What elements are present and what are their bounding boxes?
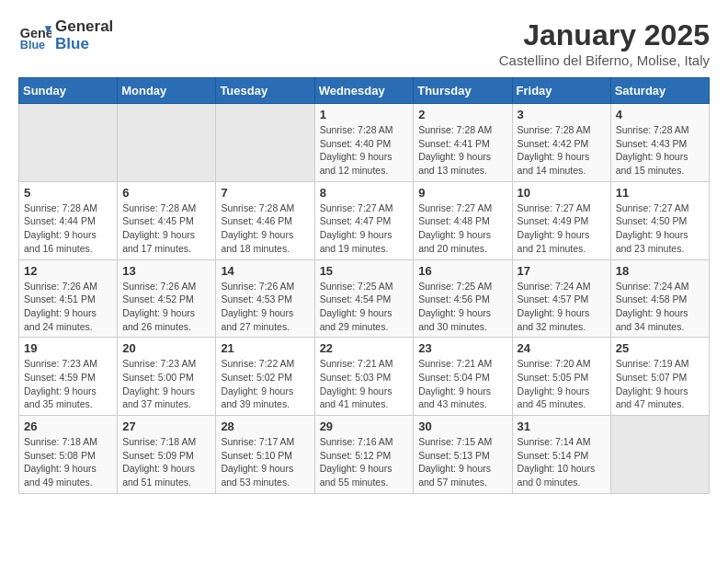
day-cell: 6Sunrise: 7:28 AM Sunset: 4:45 PM Daylig… — [118, 181, 216, 259]
day-number: 30 — [418, 419, 506, 433]
day-info: Sunrise: 7:14 AM Sunset: 5:14 PM Dayligh… — [518, 435, 606, 489]
day-number: 9 — [418, 186, 506, 200]
day-info: Sunrise: 7:28 AM Sunset: 4:46 PM Dayligh… — [221, 201, 309, 256]
day-cell: 4Sunrise: 7:28 AM Sunset: 4:43 PM Daylig… — [610, 104, 709, 182]
day-info: Sunrise: 7:28 AM Sunset: 4:41 PM Dayligh… — [418, 123, 506, 178]
weekday-friday: Friday — [512, 78, 610, 104]
day-cell — [610, 416, 709, 494]
day-info: Sunrise: 7:25 AM Sunset: 4:56 PM Dayligh… — [418, 280, 506, 334]
day-number: 7 — [221, 186, 309, 200]
day-cell: 23Sunrise: 7:21 AM Sunset: 5:04 PM Dayli… — [414, 338, 512, 416]
day-number: 10 — [518, 186, 606, 200]
day-info: Sunrise: 7:18 AM Sunset: 5:09 PM Dayligh… — [122, 435, 210, 489]
day-number: 15 — [320, 264, 409, 278]
day-cell: 21Sunrise: 7:22 AM Sunset: 5:02 PM Dayli… — [216, 338, 314, 416]
day-cell: 25Sunrise: 7:19 AM Sunset: 5:07 PM Dayli… — [610, 338, 709, 416]
day-cell: 16Sunrise: 7:25 AM Sunset: 4:56 PM Dayli… — [414, 259, 512, 338]
day-info: Sunrise: 7:27 AM Sunset: 4:48 PM Dayligh… — [418, 201, 506, 256]
day-info: Sunrise: 7:16 AM Sunset: 5:12 PM Dayligh… — [320, 435, 409, 489]
day-info: Sunrise: 7:15 AM Sunset: 5:13 PM Dayligh… — [418, 435, 506, 489]
day-cell: 30Sunrise: 7:15 AM Sunset: 5:13 PM Dayli… — [414, 416, 512, 494]
day-cell: 24Sunrise: 7:20 AM Sunset: 5:05 PM Dayli… — [512, 338, 610, 416]
day-info: Sunrise: 7:24 AM Sunset: 4:58 PM Dayligh… — [616, 280, 704, 334]
day-cell: 9Sunrise: 7:27 AM Sunset: 4:48 PM Daylig… — [414, 181, 512, 259]
day-number: 2 — [418, 108, 506, 121]
day-info: Sunrise: 7:17 AM Sunset: 5:10 PM Dayligh… — [221, 435, 309, 489]
day-info: Sunrise: 7:20 AM Sunset: 5:05 PM Dayligh… — [518, 357, 606, 411]
day-cell: 12Sunrise: 7:26 AM Sunset: 4:51 PM Dayli… — [19, 259, 118, 338]
day-cell: 5Sunrise: 7:28 AM Sunset: 4:44 PM Daylig… — [19, 181, 118, 259]
day-cell: 19Sunrise: 7:23 AM Sunset: 4:59 PM Dayli… — [19, 338, 118, 416]
day-number: 16 — [418, 264, 506, 278]
day-info: Sunrise: 7:26 AM Sunset: 4:53 PM Dayligh… — [221, 280, 309, 334]
day-cell: 28Sunrise: 7:17 AM Sunset: 5:10 PM Dayli… — [216, 416, 314, 494]
day-number: 5 — [24, 186, 112, 200]
location-title: Castellino del Biferno, Molise, Italy — [499, 52, 710, 68]
day-info: Sunrise: 7:26 AM Sunset: 4:51 PM Dayligh… — [24, 280, 112, 334]
day-cell: 29Sunrise: 7:16 AM Sunset: 5:12 PM Dayli… — [314, 416, 414, 494]
day-cell: 26Sunrise: 7:18 AM Sunset: 5:08 PM Dayli… — [19, 416, 118, 494]
day-cell: 8Sunrise: 7:27 AM Sunset: 4:47 PM Daylig… — [314, 181, 414, 259]
day-cell — [216, 104, 314, 182]
day-info: Sunrise: 7:26 AM Sunset: 4:52 PM Dayligh… — [122, 280, 210, 334]
week-row-2: 5Sunrise: 7:28 AM Sunset: 4:44 PM Daylig… — [19, 181, 710, 259]
day-info: Sunrise: 7:22 AM Sunset: 5:02 PM Dayligh… — [221, 357, 309, 411]
month-title: January 2025 — [499, 18, 710, 52]
weekday-tuesday: Tuesday — [216, 78, 314, 104]
week-row-1: 1Sunrise: 7:28 AM Sunset: 4:40 PM Daylig… — [19, 104, 710, 182]
week-row-3: 12Sunrise: 7:26 AM Sunset: 4:51 PM Dayli… — [19, 259, 710, 338]
day-number: 23 — [418, 341, 506, 355]
day-cell: 3Sunrise: 7:28 AM Sunset: 4:42 PM Daylig… — [512, 104, 610, 182]
day-info: Sunrise: 7:27 AM Sunset: 4:49 PM Dayligh… — [518, 201, 606, 256]
svg-text:Blue: Blue — [20, 39, 45, 52]
day-info: Sunrise: 7:24 AM Sunset: 4:57 PM Dayligh… — [518, 280, 606, 334]
day-number: 13 — [122, 264, 210, 278]
day-cell: 27Sunrise: 7:18 AM Sunset: 5:09 PM Dayli… — [118, 416, 216, 494]
day-number: 29 — [320, 419, 409, 433]
day-number: 12 — [24, 264, 112, 278]
day-number: 20 — [122, 341, 210, 355]
day-info: Sunrise: 7:25 AM Sunset: 4:54 PM Dayligh… — [320, 280, 409, 334]
day-number: 3 — [518, 108, 606, 121]
weekday-wednesday: Wednesday — [314, 78, 414, 104]
day-number: 14 — [221, 264, 309, 278]
day-info: Sunrise: 7:27 AM Sunset: 4:47 PM Dayligh… — [320, 201, 409, 256]
day-cell: 2Sunrise: 7:28 AM Sunset: 4:41 PM Daylig… — [414, 104, 512, 182]
day-cell: 18Sunrise: 7:24 AM Sunset: 4:58 PM Dayli… — [610, 259, 709, 338]
day-number: 21 — [221, 341, 309, 355]
title-block: January 2025 Castellino del Biferno, Mol… — [499, 18, 710, 68]
day-info: Sunrise: 7:28 AM Sunset: 4:42 PM Dayligh… — [518, 123, 606, 178]
day-info: Sunrise: 7:19 AM Sunset: 5:07 PM Dayligh… — [616, 357, 704, 411]
day-cell: 13Sunrise: 7:26 AM Sunset: 4:52 PM Dayli… — [118, 259, 216, 338]
logo-text-blue: Blue — [55, 36, 113, 53]
day-number: 18 — [616, 264, 704, 278]
day-info: Sunrise: 7:28 AM Sunset: 4:45 PM Dayligh… — [122, 201, 210, 256]
day-number: 26 — [24, 419, 112, 433]
week-row-5: 26Sunrise: 7:18 AM Sunset: 5:08 PM Dayli… — [19, 416, 710, 494]
day-info: Sunrise: 7:28 AM Sunset: 4:44 PM Dayligh… — [24, 201, 112, 256]
day-number: 11 — [616, 186, 704, 200]
day-number: 27 — [122, 419, 210, 433]
page-header: General Blue General Blue January 2025 C… — [18, 18, 710, 68]
day-number: 8 — [320, 186, 409, 200]
logo-text-general: General — [55, 18, 113, 36]
day-info: Sunrise: 7:23 AM Sunset: 4:59 PM Dayligh… — [24, 357, 112, 411]
weekday-saturday: Saturday — [610, 78, 709, 104]
calendar-body: 1Sunrise: 7:28 AM Sunset: 4:40 PM Daylig… — [19, 104, 710, 494]
day-cell: 14Sunrise: 7:26 AM Sunset: 4:53 PM Dayli… — [216, 259, 314, 338]
day-cell: 17Sunrise: 7:24 AM Sunset: 4:57 PM Dayli… — [512, 259, 610, 338]
day-number: 17 — [518, 264, 606, 278]
day-info: Sunrise: 7:23 AM Sunset: 5:00 PM Dayligh… — [122, 357, 210, 411]
day-number: 1 — [320, 108, 409, 121]
day-number: 24 — [518, 341, 606, 355]
day-number: 28 — [221, 419, 309, 433]
weekday-thursday: Thursday — [414, 78, 512, 104]
day-cell — [19, 104, 118, 182]
day-info: Sunrise: 7:21 AM Sunset: 5:04 PM Dayligh… — [418, 357, 506, 411]
day-cell: 11Sunrise: 7:27 AM Sunset: 4:50 PM Dayli… — [610, 181, 709, 259]
day-cell — [118, 104, 216, 182]
logo-icon: General Blue — [18, 19, 51, 52]
day-cell: 1Sunrise: 7:28 AM Sunset: 4:40 PM Daylig… — [314, 104, 414, 182]
day-number: 31 — [518, 419, 606, 433]
day-cell: 15Sunrise: 7:25 AM Sunset: 4:54 PM Dayli… — [314, 259, 414, 338]
